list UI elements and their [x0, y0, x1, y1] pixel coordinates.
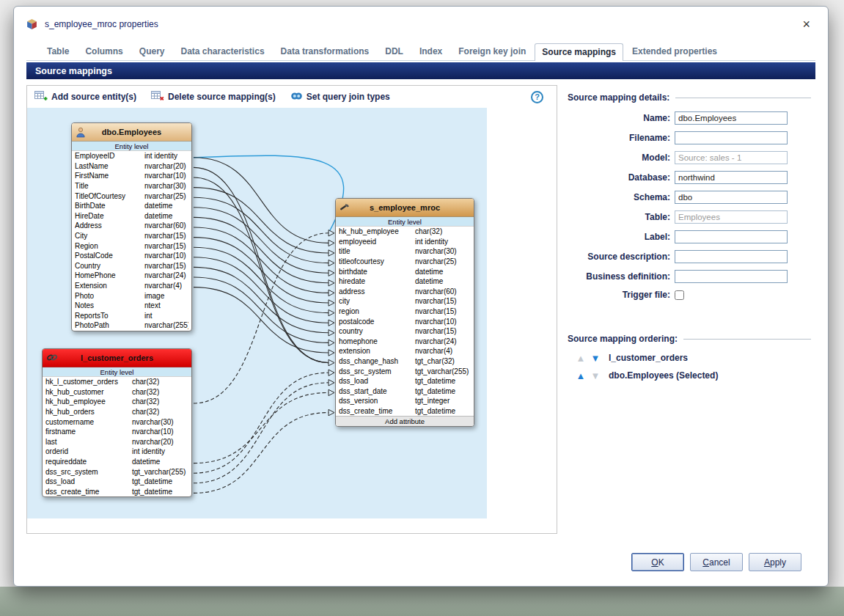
move-down-icon[interactable]: ▼	[588, 353, 603, 363]
entity-row[interactable]: dss_loadtgt_datetime	[336, 376, 474, 386]
delete-table-icon	[151, 90, 164, 103]
link-icon	[46, 353, 58, 362]
entity-row[interactable]: extensionnvarchar(4)	[336, 346, 474, 356]
set-query-join-types-button[interactable]: Set query join types	[290, 91, 390, 103]
entity-row[interactable]: dss_versiontgt_integer	[336, 396, 474, 406]
tab-foreign-key-join[interactable]: Foreign key join	[451, 43, 533, 60]
filename-field[interactable]	[675, 131, 788, 144]
entity-row[interactable]: Countrynvarchar(15)	[72, 261, 191, 271]
details-fields: Name:Filename:Model:Database:Schema:Tabl…	[568, 111, 811, 300]
entity-row[interactable]: customernamenvarchar(30)	[43, 417, 191, 427]
label-field[interactable]	[675, 230, 788, 243]
entity-mroc[interactable]: s_employee_mrocEntity levelhk_hub_employ…	[335, 198, 474, 427]
entity-row[interactable]: dss_loadtgt_datetime	[43, 477, 191, 487]
entity-row[interactable]: Photoimage	[72, 290, 191, 301]
entity-row[interactable]: firstnamenvarchar(10)	[43, 427, 191, 437]
entity-row[interactable]: Citynvarchar(15)	[72, 231, 191, 241]
apply-button[interactable]: Apply	[749, 553, 801, 571]
entity-row[interactable]: hk_hub_employeechar(32)	[336, 227, 474, 237]
add-attribute-button[interactable]: Add attribute	[336, 416, 474, 426]
help-icon[interactable]: ?	[531, 91, 543, 103]
close-icon[interactable]: ×	[796, 17, 816, 32]
entity-row[interactable]: titleofcourtesynvarchar(25)	[336, 257, 474, 267]
move-up-icon[interactable]: ▲	[573, 353, 588, 363]
trigger-file-checkbox[interactable]	[675, 290, 684, 300]
entity-row[interactable]: Titlenvarchar(30)	[72, 181, 191, 191]
entity-row[interactable]: FirstNamenvarchar(10)	[72, 171, 191, 181]
column-name: birthdate	[339, 268, 415, 276]
entity-row[interactable]: dss_src_systemtgt_varchar(255)	[43, 466, 191, 477]
move-down-icon[interactable]: ▼	[588, 371, 603, 381]
entity-row[interactable]: homephonenvarchar(24)	[336, 337, 474, 347]
entity-row[interactable]: orderidint identity	[43, 447, 191, 457]
business-definition-field[interactable]	[675, 270, 788, 283]
entity-row[interactable]: hiredatedatetime	[336, 276, 474, 287]
tab-data-characteristics[interactable]: Data characteristics	[173, 43, 271, 60]
entity-row[interactable]: HomePhonenvarchar(24)	[72, 271, 191, 281]
entity-row[interactable]: BirthDatedatetime	[72, 201, 191, 211]
entity-row[interactable]: HireDatedatetime	[72, 211, 191, 221]
entity-row[interactable]: postalcodenvarchar(10)	[336, 316, 474, 326]
column-name: ReportsTo	[75, 312, 144, 320]
tab-query[interactable]: Query	[132, 43, 172, 60]
entity-row[interactable]: PhotoPathnvarchar(255)	[72, 320, 191, 331]
entity-row[interactable]: LastNamenvarchar(20)	[72, 161, 191, 172]
entity-row[interactable]: PostalCodenvarchar(10)	[72, 251, 191, 261]
table-field[interactable]	[675, 210, 788, 224]
column-type: nvarchar(255)	[144, 321, 188, 329]
entity-row[interactable]: hk_hub_orderschar(32)	[43, 407, 191, 417]
entity-row[interactable]: lastnvarchar(20)	[43, 437, 191, 447]
cancel-button[interactable]: Cancel	[690, 553, 743, 571]
entity-row[interactable]: titlenvarchar(30)	[336, 246, 474, 257]
model-field[interactable]	[675, 151, 788, 164]
tab-extended-properties[interactable]: Extended properties	[625, 43, 724, 60]
entity-row[interactable]: hk_hub_employeechar(32)	[43, 397, 191, 407]
entity-row[interactable]: Regionnvarchar(15)	[72, 241, 191, 251]
tab-index[interactable]: Index	[412, 43, 449, 60]
add-source-entity-button[interactable]: Add source entity(s)	[34, 90, 136, 103]
move-up-icon[interactable]: ▲	[573, 371, 588, 381]
entity-row[interactable]: hk_l_customer_orderschar(32)	[43, 377, 191, 387]
entity-row[interactable]: dss_change_hashtgt_char(32)	[336, 356, 474, 367]
column-type: nvarchar(15)	[415, 307, 471, 315]
entity-row[interactable]: countrynvarchar(15)	[336, 326, 474, 337]
column-type: datetime	[144, 202, 188, 210]
entity-row[interactable]: dss_start_datetgt_datetime	[336, 386, 474, 397]
tab-source-mappings[interactable]: Source mappings	[535, 43, 623, 61]
entity-row[interactable]: requireddatedatetime	[43, 457, 191, 467]
column-name: LastName	[75, 162, 144, 170]
entity-row[interactable]: EmployeeIDint identity	[72, 151, 191, 161]
ordering-item-l-customer-orders[interactable]: ▲▼l_customer_orders	[573, 353, 811, 363]
mapping-canvas[interactable]: dbo.EmployeesEntity levelEmployeeIDint i…	[27, 108, 487, 518]
ordering-item-dbo-employees-selected[interactable]: ▲▼dbo.Employees (Selected)	[573, 370, 811, 381]
entity-lco[interactable]: l_customer_ordersEntity levelhk_l_custom…	[42, 348, 192, 497]
tab-ddl[interactable]: DDL	[378, 43, 411, 60]
column-name: Address	[75, 221, 144, 230]
entity-row[interactable]: Addressnvarchar(60)	[72, 221, 191, 231]
tab-data-transformations[interactable]: Data transformations	[274, 43, 377, 60]
entity-row[interactable]: ReportsToint	[72, 311, 191, 321]
entity-row[interactable]: dss_src_systemtgt_varchar(255)	[336, 366, 474, 376]
entity-row[interactable]: birthdatedatetime	[336, 266, 474, 276]
entity-row[interactable]: addressnvarchar(60)	[336, 287, 474, 297]
entity-row[interactable]: Extensionnvarchar(4)	[72, 281, 191, 291]
entity-row[interactable]: dss_create_timetgt_datetime	[43, 487, 191, 497]
column-type: int identity	[415, 238, 471, 246]
entity-row[interactable]: Notesntext	[72, 301, 191, 311]
source-description-field[interactable]	[675, 250, 788, 263]
entity-row[interactable]: dss_create_timetgt_datetime	[336, 406, 474, 417]
entity-row[interactable]: hk_hub_customerchar(32)	[43, 387, 191, 397]
entity-employees[interactable]: dbo.EmployeesEntity levelEmployeeIDint i…	[71, 122, 192, 331]
database-field[interactable]	[675, 171, 788, 184]
entity-row[interactable]: regionnvarchar(15)	[336, 307, 474, 317]
delete-source-mapping-button[interactable]: Delete source mapping(s)	[151, 90, 276, 103]
tab-table[interactable]: Table	[40, 43, 76, 60]
entity-row[interactable]: employeeidint identity	[336, 237, 474, 247]
tab-columns[interactable]: Columns	[78, 43, 130, 60]
entity-row[interactable]: citynvarchar(15)	[336, 296, 474, 307]
entity-row[interactable]: TitleOfCourtesynvarchar(25)	[72, 191, 191, 201]
schema-field[interactable]	[675, 191, 788, 204]
ok-button[interactable]: OK	[631, 553, 684, 571]
name-field[interactable]	[675, 111, 788, 125]
column-type: tgt_datetime	[132, 488, 188, 496]
